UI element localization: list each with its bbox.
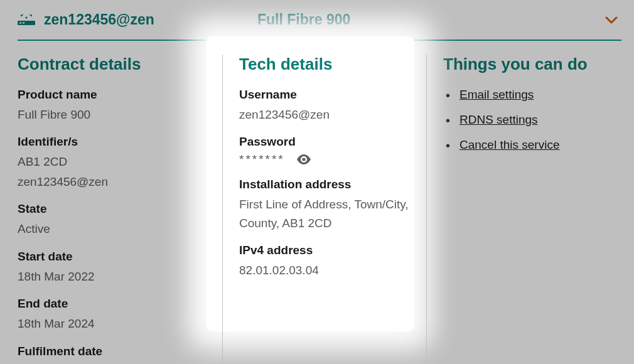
installation-address-label: Installation address: [239, 178, 410, 191]
identifier-value-2: zen123456@zen: [18, 173, 210, 191]
state-label: State: [18, 202, 210, 216]
tech-details-panel: Tech details Username zen123456@zen Pass…: [222, 55, 427, 364]
list-item: Cancel this service: [443, 138, 609, 152]
account-username: zen123456@zen: [44, 11, 245, 28]
start-date-label: Start date: [18, 250, 210, 264]
contract-details-panel: Contract details Product name Full Fibre…: [18, 55, 222, 364]
password-label: Password: [239, 135, 410, 149]
username-label: Username: [239, 88, 410, 102]
fulfilment-date-value: 29th Jan 2021: [18, 362, 210, 364]
svg-rect-3: [23, 22, 24, 23]
product-name-label: Product name: [18, 88, 210, 102]
router-icon: [18, 14, 35, 26]
username-value: zen123456@zen: [239, 105, 410, 124]
tech-title: Tech details: [239, 55, 410, 74]
state-value: Active: [18, 220, 210, 238]
eye-icon[interactable]: [296, 154, 311, 164]
contract-title: Contract details: [18, 55, 210, 74]
email-settings-link[interactable]: Email settings: [459, 88, 534, 101]
end-date-label: End date: [18, 297, 210, 311]
rdns-settings-link[interactable]: RDNS settings: [459, 113, 538, 126]
identifier-value-1: AB1 2CD: [18, 153, 210, 171]
password-mask: *******: [239, 153, 285, 166]
plan-name: Full Fibre 900: [245, 11, 605, 28]
identifier-label: Identifier/s: [18, 135, 210, 149]
installation-address-value: First Line of Address, Town/City, County…: [239, 195, 410, 232]
list-item: RDNS settings: [443, 113, 609, 127]
svg-point-4: [302, 158, 305, 161]
service-header[interactable]: zen123456@zen Full Fibre 900: [18, 11, 621, 41]
actions-title: Things you can do: [443, 55, 609, 74]
things-you-can-do-panel: Things you can do Email settings RDNS se…: [427, 55, 621, 364]
start-date-value: 18th Mar 2022: [18, 267, 210, 286]
ipv4-address-label: IPv4 address: [239, 244, 410, 257]
end-date-value: 18th Mar 2024: [18, 314, 210, 333]
cancel-service-link[interactable]: Cancel this service: [459, 138, 559, 151]
svg-point-0: [25, 16, 27, 18]
product-name-value: Full Fibre 900: [18, 105, 210, 124]
ipv4-address-value: 82.01.02.03.04: [239, 261, 410, 279]
fulfilment-date-label: Fulfilment date: [18, 345, 210, 358]
list-item: Email settings: [443, 88, 609, 102]
chevron-down-icon[interactable]: [605, 12, 621, 28]
svg-rect-2: [19, 22, 21, 23]
